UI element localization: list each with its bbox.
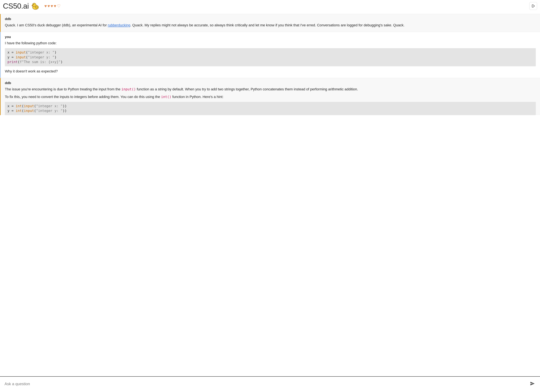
- code-block: x = int(input("integer x: ")) y = int(in…: [5, 102, 536, 115]
- message-body: Quack. I am CS50's duck debugger (ddb), …: [5, 22, 536, 28]
- header: CS50.ai CS50 ♥ ♥ ♥ ♥ ♡: [0, 0, 540, 14]
- send-button[interactable]: [529, 380, 536, 387]
- duck-icon: CS50: [31, 2, 40, 10]
- send-icon: [530, 381, 535, 386]
- message-text: Quack. I am CS50's duck debugger (ddb), …: [5, 22, 536, 28]
- heart-icon: ♥: [44, 4, 47, 8]
- message-ddb: ddb The issue you're encountering is due…: [0, 78, 540, 115]
- svg-point-1: [32, 3, 36, 7]
- message-body: I have the following python code: x = in…: [5, 40, 536, 74]
- message-text: I have the following python code:: [5, 40, 536, 46]
- heart-icon: ♥: [54, 4, 56, 8]
- brand: CS50.ai CS50 ♥ ♥ ♥ ♥ ♡: [3, 2, 61, 10]
- message-body: The issue you're encountering is due to …: [5, 86, 536, 115]
- message-text: Why it doesn't work as expected?: [5, 69, 536, 74]
- sender-label: ddb: [5, 17, 536, 21]
- sender-label: ddb: [5, 81, 536, 85]
- hearts-meter: ♥ ♥ ♥ ♥ ♡: [44, 4, 61, 8]
- app-title: CS50.ai: [3, 2, 29, 10]
- rubberducking-link[interactable]: rubberducking: [108, 23, 130, 27]
- sender-label: you: [5, 35, 536, 39]
- code-block: x = input("integer x: ") y = input("inte…: [5, 48, 536, 66]
- svg-point-2: [33, 4, 34, 5]
- message-ddb: ddb Quack. I am CS50's duck debugger (dd…: [0, 14, 540, 32]
- logout-button[interactable]: [529, 2, 537, 10]
- message-you: you I have the following python code: x …: [0, 32, 540, 78]
- heart-outline-icon: ♡: [57, 4, 61, 8]
- message-text: To fix this, you need to convert the inp…: [5, 94, 536, 100]
- heart-icon: ♥: [51, 4, 53, 8]
- composer: [0, 376, 540, 392]
- svg-text:CS50: CS50: [35, 8, 37, 9]
- inline-code: int(): [161, 95, 171, 99]
- logout-icon: [531, 4, 535, 8]
- question-input[interactable]: [4, 382, 526, 386]
- heart-icon: ♥: [48, 4, 50, 8]
- conversation: ddb Quack. I am CS50's duck debugger (dd…: [0, 14, 540, 376]
- inline-code: input(): [121, 87, 136, 91]
- message-text: The issue you're encountering is due to …: [5, 86, 536, 92]
